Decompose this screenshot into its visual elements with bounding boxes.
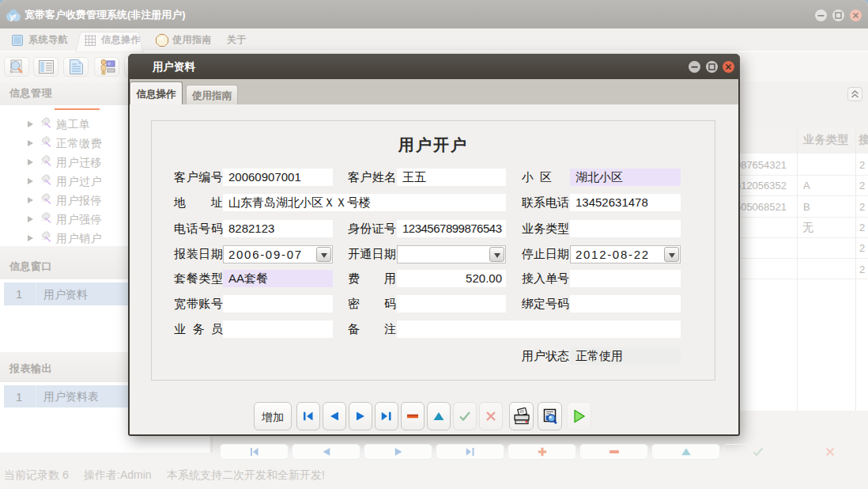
svg-text:f: f [14, 13, 17, 20]
